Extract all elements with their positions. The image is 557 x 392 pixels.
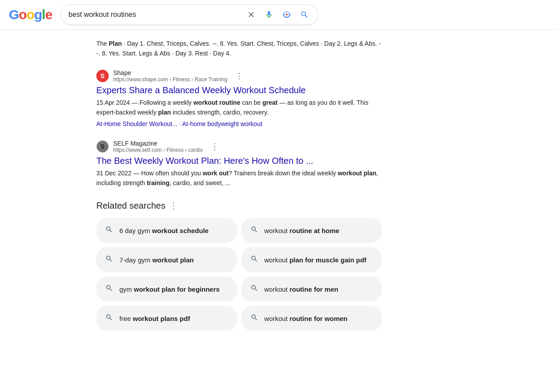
related-item-1-text: 6 day gym workout schedule	[119, 227, 209, 234]
related-item-2-text: workout routine at home	[265, 227, 340, 234]
related-item-7[interactable]: free workout plans pdf	[96, 306, 237, 331]
result-source-shape: S Shape https://www.shape.com › Fitness …	[96, 69, 382, 83]
shape-result-menu[interactable]: ⋮	[235, 71, 243, 81]
shape-result-links: At-Home Shoulder Workout... · At-home bo…	[96, 120, 382, 127]
google-logo: Google	[9, 7, 52, 22]
related-item-3[interactable]: 7-day gym workout plan	[96, 247, 237, 272]
image-search-button[interactable]	[280, 8, 293, 21]
shape-link-shoulder[interactable]: At-Home Shoulder Workout...	[96, 120, 178, 127]
related-item-2[interactable]: workout routine at home	[241, 218, 382, 243]
plan-snippet: The Plan · Day 1. Chest, Triceps, Calves…	[96, 39, 382, 59]
shape-source-url: https://www.shape.com › Fitness › Race T…	[113, 76, 227, 83]
related-searches: Related searches ⋮ 6 day gym workout sch…	[96, 200, 382, 348]
related-item-5-text: gym workout plan for beginners	[119, 285, 220, 293]
search-icon-2	[250, 226, 258, 235]
search-icons	[245, 8, 311, 21]
search-icon-1	[105, 226, 113, 235]
voice-search-button[interactable]	[263, 8, 275, 21]
search-button[interactable]	[298, 8, 311, 21]
related-item-8-text: workout routine for women	[265, 315, 348, 322]
search-input[interactable]: best workout routines	[68, 11, 245, 19]
self-result-desc: 31 Dec 2022 — How often should you work …	[96, 168, 382, 188]
clear-button[interactable]	[245, 8, 257, 21]
self-favicon: S	[96, 140, 109, 153]
search-icon-5	[105, 284, 113, 294]
search-bar: best workout routines	[61, 4, 318, 25]
related-item-7-text: free workout plans pdf	[119, 315, 190, 322]
related-item-6-text: workout routine for men	[265, 285, 339, 293]
self-result-title[interactable]: The Best Weekly Workout Plan: Here's How…	[96, 155, 382, 166]
related-item-4-text: workout plan for muscle gain pdf	[265, 256, 367, 264]
lens-icon	[282, 10, 291, 19]
related-searches-header: Related searches ⋮	[96, 200, 382, 211]
self-source-name: SELF Magazine	[113, 140, 203, 147]
related-item-1[interactable]: 6 day gym workout schedule	[96, 218, 237, 243]
result-source-self: S SELF Magazine https://www.self.com › F…	[96, 140, 382, 153]
shape-result-desc: 15 Apr 2024 — Following a weekly workout…	[96, 98, 382, 118]
shape-source-name: Shape	[113, 69, 227, 76]
related-item-3-text: 7-day gym workout plan	[119, 256, 194, 264]
search-icon-8	[250, 313, 258, 323]
self-source-info: SELF Magazine https://www.self.com › Fit…	[113, 140, 203, 153]
related-searches-title: Related searches	[96, 201, 166, 211]
search-result-self: S SELF Magazine https://www.self.com › F…	[96, 140, 382, 188]
search-icon-3	[105, 255, 113, 265]
svg-point-0	[286, 13, 288, 15]
related-item-6[interactable]: workout routine for men	[241, 277, 382, 301]
self-result-menu[interactable]: ⋮	[211, 142, 219, 151]
search-icon	[300, 10, 309, 19]
related-searches-grid: 6 day gym workout schedule workout routi…	[96, 218, 382, 331]
search-icon-6	[250, 284, 258, 294]
clear-icon	[247, 10, 256, 19]
main-content: The Plan · Day 1. Chest, Triceps, Calves…	[0, 30, 382, 357]
microphone-icon	[265, 10, 273, 19]
self-source-url: https://www.self.com › Fitness › cardio	[113, 147, 203, 153]
search-result-shape: S Shape https://www.shape.com › Fitness …	[96, 69, 382, 127]
related-searches-menu[interactable]: ⋮	[169, 200, 178, 211]
header: Google best workout routines	[0, 0, 557, 30]
shape-link-bodyweight[interactable]: At-home bodyweight workout	[182, 120, 263, 127]
related-item-8[interactable]: workout routine for women	[241, 306, 382, 331]
shape-source-info: Shape https://www.shape.com › Fitness › …	[113, 69, 227, 83]
search-icon-7	[105, 313, 113, 323]
shape-result-title[interactable]: Experts Share a Balanced Weekly Workout …	[96, 84, 382, 96]
search-icon-4	[250, 255, 258, 265]
related-item-5[interactable]: gym workout plan for beginners	[96, 277, 237, 301]
related-item-4[interactable]: workout plan for muscle gain pdf	[241, 247, 382, 272]
shape-favicon: S	[96, 70, 109, 82]
